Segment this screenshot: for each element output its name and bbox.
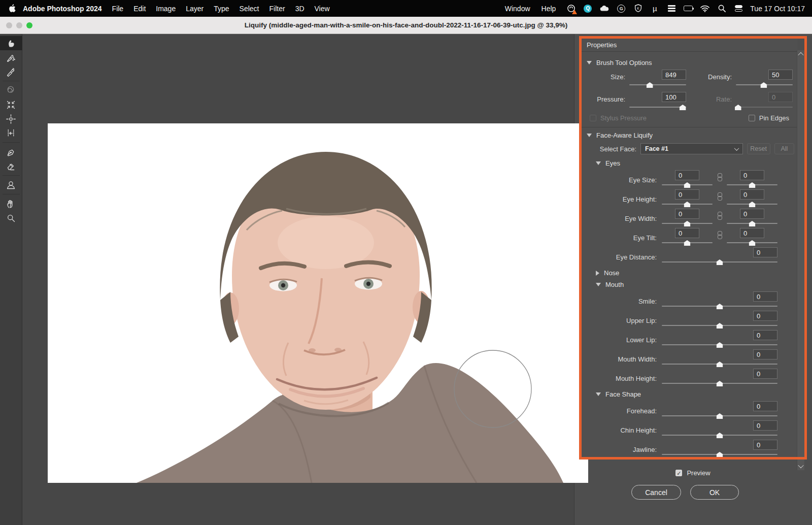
link-icon[interactable]: [713, 170, 727, 181]
slider-thumb[interactable]: [749, 221, 756, 226]
slider-thumb[interactable]: [717, 304, 723, 309]
logitech-g-icon[interactable]: G: [617, 4, 626, 13]
wifi-icon[interactable]: [700, 4, 709, 13]
value-field[interactable]: 0: [753, 311, 777, 321]
twirl-clockwise-tool[interactable]: [0, 83, 22, 97]
slider[interactable]: [662, 182, 713, 188]
section-mouth[interactable]: Mouth: [596, 281, 794, 288]
menu-file[interactable]: File: [107, 5, 129, 13]
value-field[interactable]: 0: [753, 291, 777, 302]
slider-thumb[interactable]: [749, 240, 756, 246]
slider[interactable]: [662, 322, 777, 329]
slider[interactable]: [662, 361, 777, 367]
cancel-button[interactable]: Cancel: [631, 485, 681, 500]
slider-thumb[interactable]: [717, 452, 723, 457]
slider[interactable]: [629, 104, 686, 110]
section-brush-tool-options[interactable]: Brush Tool Options: [587, 59, 794, 67]
section-face-shape[interactable]: Face Shape: [596, 390, 794, 398]
select-face-dropdown[interactable]: Face #1: [640, 143, 742, 154]
stacked-windows-icon[interactable]: [667, 4, 676, 13]
value-field[interactable]: 0: [740, 209, 764, 219]
creative-cloud-warning-icon[interactable]: [566, 4, 576, 13]
value-field[interactable]: 0: [768, 92, 793, 102]
value-field[interactable]: 0: [740, 170, 764, 180]
slider-thumb[interactable]: [680, 105, 686, 110]
menu-window[interactable]: Window: [499, 5, 536, 13]
smooth-tool[interactable]: [0, 64, 22, 79]
slider-thumb[interactable]: [760, 82, 767, 88]
slider[interactable]: [662, 380, 777, 386]
shield-icon[interactable]: K: [633, 4, 642, 13]
menu-3d[interactable]: 3D: [290, 5, 310, 13]
slider[interactable]: [662, 303, 777, 309]
menu-view[interactable]: View: [310, 5, 335, 13]
value-field[interactable]: 100: [662, 92, 686, 102]
slider-thumb[interactable]: [717, 323, 723, 329]
zoom-tool[interactable]: [0, 211, 22, 225]
slider[interactable]: [727, 220, 777, 226]
slider[interactable]: [662, 259, 777, 265]
slider-thumb[interactable]: [684, 202, 691, 207]
value-field[interactable]: 0: [675, 228, 699, 238]
section-face-aware-liquify[interactable]: Face-Aware Liquify: [587, 132, 794, 139]
teal-app-icon[interactable]: Q: [583, 4, 592, 13]
menu-select[interactable]: Select: [234, 5, 264, 13]
value-field[interactable]: 0: [675, 170, 699, 180]
slider-thumb[interactable]: [684, 182, 691, 188]
value-field[interactable]: 0: [675, 209, 699, 219]
slider-thumb[interactable]: [717, 381, 723, 386]
photo-canvas[interactable]: [48, 123, 588, 483]
value-field[interactable]: 0: [753, 330, 777, 340]
battery-charging-icon[interactable]: [684, 4, 693, 13]
all-button[interactable]: All: [774, 143, 794, 154]
face-tool[interactable]: [0, 178, 22, 192]
link-icon[interactable]: [713, 209, 727, 220]
reset-button[interactable]: Reset: [747, 143, 770, 154]
scroll-down-icon[interactable]: [798, 463, 803, 468]
spotlight-search-icon[interactable]: [717, 4, 726, 13]
slider[interactable]: [727, 182, 777, 188]
menu-type[interactable]: Type: [209, 5, 234, 13]
slider-thumb[interactable]: [647, 82, 653, 88]
slider[interactable]: [662, 220, 713, 226]
bloat-tool[interactable]: [0, 112, 22, 126]
slider-thumb[interactable]: [717, 259, 723, 265]
value-field[interactable]: 0: [753, 420, 777, 431]
pucker-tool[interactable]: [0, 97, 22, 112]
value-field[interactable]: 0: [675, 189, 699, 200]
slider[interactable]: [727, 201, 777, 207]
scroll-up-icon[interactable]: [798, 52, 803, 58]
value-field[interactable]: 50: [768, 70, 793, 80]
slider-thumb[interactable]: [749, 182, 756, 188]
hand-tool[interactable]: [0, 196, 22, 211]
slider[interactable]: [662, 432, 777, 438]
slider[interactable]: [662, 451, 777, 457]
slider[interactable]: [662, 201, 713, 207]
value-field[interactable]: 0: [753, 349, 777, 359]
properties-scrollbar[interactable]: [797, 50, 804, 470]
freeze-mask-tool[interactable]: [0, 145, 22, 159]
slider-thumb[interactable]: [749, 202, 756, 207]
slider-thumb[interactable]: [684, 221, 691, 226]
value-field[interactable]: 0: [740, 189, 764, 200]
preview-checkbox[interactable]: ✓: [675, 470, 682, 476]
thaw-mask-tool[interactable]: [0, 159, 22, 173]
slider[interactable]: [736, 104, 793, 110]
menu-help[interactable]: Help: [536, 5, 562, 13]
slider-thumb[interactable]: [717, 342, 723, 348]
slider[interactable]: [629, 82, 686, 88]
slider-thumb[interactable]: [684, 240, 691, 246]
slider-thumb[interactable]: [717, 413, 723, 419]
onedrive-cloud-icon[interactable]: [600, 4, 609, 13]
slider[interactable]: [662, 342, 777, 348]
slider-thumb[interactable]: [717, 433, 723, 438]
control-center-icon[interactable]: [734, 4, 743, 13]
value-field[interactable]: 0: [753, 440, 777, 450]
push-left-tool[interactable]: [0, 126, 22, 140]
slider-thumb[interactable]: [717, 362, 723, 367]
reconstruct-tool[interactable]: [0, 50, 22, 64]
menu-image[interactable]: Image: [151, 5, 181, 13]
stylus-pressure-checkbox[interactable]: Stylus Pressure: [590, 114, 647, 122]
slider[interactable]: [727, 240, 777, 246]
slider[interactable]: [662, 413, 777, 419]
